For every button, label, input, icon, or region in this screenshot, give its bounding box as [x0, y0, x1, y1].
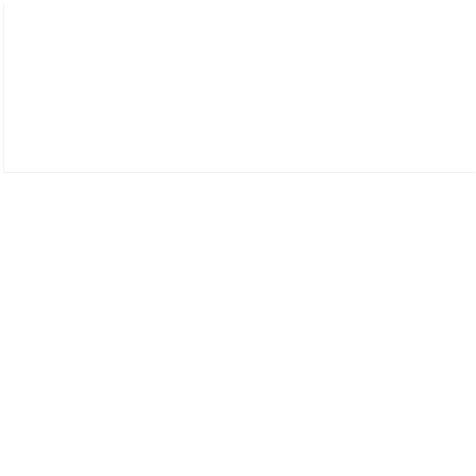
google-ads-dashboard: [0, 0, 476, 476]
performance-line-chart: [7, 66, 476, 176]
performance-chart-panel: [4, 4, 476, 173]
